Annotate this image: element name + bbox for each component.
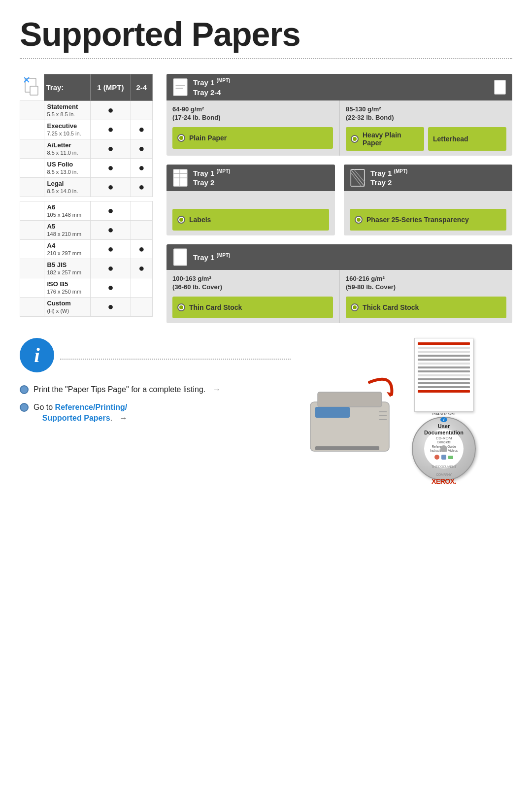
doc-cd-area: PHASER 6250 i User Documentation CD-ROM … [412,338,476,481]
panel3-body: Phaser 25-Series Transparency [344,191,512,235]
paper-line-red-top [418,342,470,345]
mpt-dot-cell: ● [91,158,131,177]
plain-paper-bullet [177,134,185,142]
paper-line-2 [418,351,470,353]
panel1-tray-line2: Tray 2-4 [193,88,230,98]
panel4-col1-weight: 100-163 g/m² (36-60 lb. Cover) [172,275,333,292]
main-layout: Tray: 1 (MPT) 2-4 Statement5.5 x 8.5 in.… [20,74,512,323]
bullet2-text: Go to [33,403,53,411]
cd-icon3 [448,454,454,460]
bullet1-text: Print the "Paper Tips Page" for a comple… [33,385,205,394]
panel2-tray-line1: Tray 1 [193,169,214,177]
c24-dot-cell: ● [131,158,152,177]
table-row: Custom(H) x (W)● [20,297,153,316]
paper-line-1 [418,347,470,349]
panel3-spacer [350,196,506,204]
panel4-col1: 100-163 g/m² (36-60 lb. Cover) Thin Card… [166,270,339,323]
paper-line-dark-6 [418,382,470,384]
table-row: Statement5.5 x 8.5 in.● [20,100,153,120]
tray-col-24: 2-4 [136,83,147,92]
c24-dot-cell [131,100,152,120]
panel-card-stock: Tray 1 (MPT) 100-163 g/m² (36-60 lb. Cov… [166,244,512,323]
bullet2-arrow [120,413,128,424]
mpt-dot-cell: ● [91,100,131,120]
panel4-tray-mpt: (MPT) [217,253,231,258]
svg-rect-3 [30,86,38,95]
paper-name-cell: Statement5.5 x 8.5 in. [44,100,91,120]
cd-xerox: THE DOCUMENT COMPANY XEROX. [427,462,461,485]
letterhead-label: Letterhead [433,135,468,143]
paper-line-red-bottom [418,390,470,393]
mpt-dot-cell: ● [91,177,131,197]
panel4-body: 100-163 g/m² (36-60 lb. Cover) Thin Card… [166,270,512,323]
svg-rect-8 [495,80,505,94]
svg-line-15 [351,169,364,186]
cd-brand: PHASER 6250 [432,412,456,416]
panel3-icon [350,168,366,187]
thin-card-stock-label: Thin Card Stock [189,303,242,311]
paper-line-3 [418,363,470,365]
panel2-icon [172,168,188,187]
table-row: A6105 x 148 mm● [20,201,153,220]
paper-name-cell: A/Letter8.5 x 11.0 in. [44,139,91,158]
paper-panels: Tray 1 (MPT) Tray 2-4 64-90 g/m² (17-24 … [166,74,512,323]
paper-name-cell: ISO B5176 x 250 mm [44,278,91,297]
panels-row-labels-transparency: Tray 1 (MPT) Tray 2 Labels [166,165,512,235]
bullet-dot-2 [20,403,29,412]
heavy-plain-paper-box: Heavy Plain Paper [346,127,424,151]
mpt-dot-cell: ● [91,259,131,278]
table-row: Legal8.5 x 14.0 in.●● [20,177,153,197]
panel-transparency: Tray 1 (MPT) Tray 2 Phaser 25-Series Tra… [344,165,512,235]
table-row: US Folio8.5 x 13.0 in.●● [20,158,153,177]
thick-card-stock-label: Thick Card Stock [363,303,419,311]
bullet1-arrow [213,384,221,395]
paper-line-dark-1 [418,355,470,357]
info-right: PHASER 6250 i User Documentation CD-ROM … [305,338,512,481]
paper-preview [414,338,473,412]
bullet2-suffix: . [110,414,112,422]
panel2-tray-mpt: (MPT) [217,168,231,174]
panel1-tray-line1: Tray 1 [193,78,214,87]
tray-tbody: Statement5.5 x 8.5 in.●Executive7.25 x 1… [20,100,153,316]
mpt-dot-cell: ● [91,120,131,139]
paper-name-cell: A4210 x 297 mm [44,239,91,259]
printer-illustration [305,367,404,456]
panel3-tray-line2: Tray 2 [370,178,407,188]
thin-card-stock-box: Thin Card Stock [172,297,333,318]
mpt-dot-cell: ● [91,139,131,158]
paper-line-dark-2 [418,359,470,361]
c24-dot-cell [131,297,152,316]
c24-dot-cell [131,201,152,220]
panel-plain-paper: Tray 1 (MPT) Tray 2-4 64-90 g/m² (17-24 … [166,74,512,156]
mpt-dot-cell: ● [91,297,131,316]
panel2-tray-title: Tray 1 (MPT) Tray 2 [193,168,230,188]
page-icon [24,77,40,96]
panel1-col2-weight: 85-130 g/m² (22-32 lb. Bond) [346,105,506,122]
c24-dot-cell: ● [131,120,152,139]
c24-dot-cell: ● [131,259,152,278]
panel1-body: 64-90 g/m² (17-24 lb. Bond) Plain Paper … [166,100,512,156]
panel3-tray-mpt: (MPT) [394,168,408,174]
panel1-icon [172,78,188,97]
paper-name-cell: US Folio8.5 x 13.0 in. [44,158,91,177]
panel4-header: Tray 1 (MPT) [166,244,512,270]
c24-dot-cell: ● [131,177,152,197]
panel-labels: Tray 1 (MPT) Tray 2 Labels [166,165,335,235]
panel1-col2-types: Heavy Plain Paper Letterhead [346,125,506,151]
paper-line-dark-3 [418,366,470,368]
printer-svg [305,367,404,456]
info-bullet-2: Go to Reference/Printing/ Supported Pape… [20,402,291,424]
cd-info-icon: i [440,417,447,422]
paper-line-dark-4 [418,370,470,372]
paper-name-cell: Legal8.5 x 14.0 in. [44,177,91,197]
panel3-col: Phaser 25-Series Transparency [344,191,512,235]
mpt-dot-cell: ● [91,239,131,259]
tray-col-label: Tray: [46,83,64,92]
svg-rect-28 [441,455,446,460]
plain-paper-label: Plain Paper [189,134,227,142]
cd-disc: PHASER 6250 i User Documentation CD-ROM … [412,417,476,481]
svg-rect-21 [315,407,350,418]
svg-rect-22 [315,446,379,450]
tray-col-mpt: 1 (MPT) [97,83,124,92]
thick-card-stock-box: Thick Card Stock [346,297,506,318]
